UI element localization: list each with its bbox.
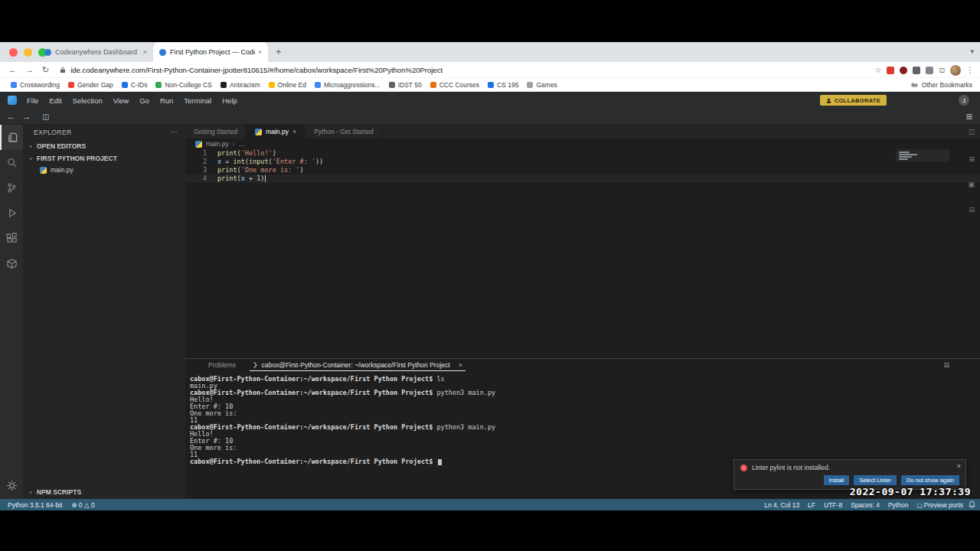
extension-icon[interactable] (913, 67, 920, 74)
error-icon: × (740, 465, 747, 471)
source-control-icon[interactable] (0, 175, 23, 201)
python-icon (195, 141, 202, 148)
explorer-icon[interactable] (0, 125, 23, 150)
extension-icon[interactable] (926, 67, 933, 74)
bookmark-label: Non-College CS (165, 81, 211, 89)
user-avatar[interactable]: J (959, 95, 969, 106)
close-window-icon[interactable] (9, 48, 18, 57)
sidebar-more-icon[interactable]: ⋯ (171, 128, 178, 135)
open-editors-section[interactable]: › OPEN EDITORS (23, 140, 185, 152)
bookmark-label: CCC Courses (439, 81, 479, 89)
url-field[interactable]: ide.codeanywhere.com/First-Python-Contai… (70, 66, 443, 74)
npm-scripts-section[interactable]: › NPM SCRIPTS (23, 486, 185, 498)
indentation[interactable]: Spaces: 4 (851, 501, 880, 509)
bookmark-item[interactable]: Crosswording (11, 81, 60, 89)
menu-view[interactable]: View (108, 96, 134, 105)
notification-close-icon[interactable]: × (957, 462, 961, 470)
eol-sequence[interactable]: LF (808, 501, 815, 509)
menu-run[interactable]: Run (155, 96, 178, 105)
tab-close-icon[interactable]: × (292, 128, 296, 135)
extensions-icon[interactable] (0, 226, 23, 251)
extension-icon[interactable] (887, 67, 894, 74)
address-bar-actions: ☆ ⊡ ⋮ (874, 62, 974, 78)
notifications-bell-icon[interactable] (969, 500, 975, 510)
cursor-position[interactable]: Ln 4, Col 13 (764, 501, 799, 509)
bookmark-star-icon[interactable]: ☆ (874, 66, 881, 74)
editor-tab[interactable]: Python - Get Started (305, 125, 382, 139)
code-editor[interactable]: 1print('Hello!')2x = int(input('Enter #:… (185, 149, 980, 358)
code-text: print('One more is: ') (217, 166, 304, 174)
terminal-tab[interactable]: ❯ cabox@First-Python-Container: ~/worksp… (250, 359, 466, 371)
bookmark-item[interactable]: Gender Gap (68, 81, 113, 89)
python-icon (40, 167, 47, 174)
notification-buttons: InstallSelect LinterDo not show again (824, 475, 959, 485)
terminal-line: Hello! (190, 431, 977, 438)
panel-toggle-icon[interactable]: ⊞ (966, 112, 972, 121)
run-debug-icon[interactable] (0, 201, 23, 226)
sidebar-title: EXPLORER (34, 129, 72, 136)
bookmark-item[interactable]: IDST 50 (389, 81, 422, 89)
collaborate-label: COLLABORATE (835, 97, 880, 104)
preview-ports[interactable]: ▢Preview ports (916, 501, 963, 509)
tab-close-icon[interactable]: × (258, 48, 262, 56)
activity-bar (0, 125, 23, 499)
search-icon[interactable] (0, 150, 23, 175)
terminal-close-icon[interactable]: × (459, 361, 462, 369)
menu-terminal[interactable]: Terminal (178, 96, 217, 105)
editor-layout-icon[interactable]: ◫ (42, 112, 49, 121)
collaborate-button[interactable]: COLLABORATE (820, 95, 887, 106)
python-interpreter[interactable]: Python 3.5.1 64-bit (8, 501, 62, 509)
code-line: 4print(x + 1) (185, 174, 980, 183)
menu-help[interactable]: Help (217, 96, 243, 105)
problems-tab[interactable]: Problems (208, 361, 236, 369)
bookmark-item[interactable]: CCC Courses (430, 81, 479, 89)
tab-close-icon[interactable]: × (143, 48, 147, 56)
split-editor-icon[interactable]: ◫ (968, 128, 975, 135)
bookmark-item[interactable]: Antiracism (220, 81, 260, 89)
project-section[interactable]: › FIRST PYTHON PROJECT (23, 152, 185, 165)
breadcrumb[interactable]: main.py › … (185, 139, 980, 149)
workspace-icon[interactable] (0, 251, 23, 276)
bookmark-favicon-icon (488, 82, 494, 88)
language-mode[interactable]: Python (888, 501, 908, 509)
settings-gear-icon[interactable] (0, 476, 23, 494)
forward-icon[interactable]: → (25, 65, 34, 74)
browser-tab[interactable]: First Python Project — Codea× (153, 42, 268, 62)
reload-icon[interactable]: ↻ (42, 65, 49, 75)
panel-position-icon[interactable]: ⊟ (943, 361, 949, 369)
history-forward-icon[interactable]: → (22, 112, 31, 121)
bookmark-label: Antiracism (230, 81, 260, 89)
bookmark-item[interactable]: C-IDs (122, 81, 148, 89)
install-button[interactable]: Install (824, 475, 850, 485)
chrome-menu-icon[interactable]: ⋮ (966, 66, 974, 74)
extension-icon[interactable] (900, 67, 907, 74)
bookmark-item[interactable]: Online Ed (269, 81, 306, 89)
menu-file[interactable]: File (21, 96, 44, 105)
browser-tab[interactable]: Codeanywhere Dashboard× (38, 42, 153, 62)
minimap[interactable] (896, 149, 949, 161)
editor-tab-label: Python - Get Started (314, 128, 373, 135)
bookmark-item[interactable]: Non-College CS (155, 81, 211, 89)
bookmark-item[interactable]: Games (527, 81, 557, 89)
minimize-window-icon[interactable] (24, 48, 32, 57)
profile-avatar[interactable] (950, 65, 961, 76)
tab-title: Codeanywhere Dashboard (55, 48, 140, 56)
problems-status[interactable]: ⊗ 0 △ 0 (71, 501, 94, 509)
other-bookmarks[interactable]: Other Bookmarks (911, 81, 972, 89)
editor-tab[interactable]: Getting Started (185, 125, 247, 139)
new-tab-button[interactable]: + (276, 46, 282, 57)
do-not-show-again-button[interactable]: Do not show again (901, 475, 959, 485)
file-main-py[interactable]: main.py (23, 165, 185, 175)
menu-go[interactable]: Go (134, 96, 155, 105)
bookmark-item[interactable]: CS 195 (488, 81, 518, 89)
editor-tab[interactable]: main.py× (247, 125, 305, 139)
bookmark-item[interactable]: Microaggressions... (315, 81, 381, 89)
encoding[interactable]: UTF-8 (824, 501, 842, 509)
tab-search-icon[interactable]: ▾ (970, 47, 974, 55)
cast-icon[interactable]: ⊡ (939, 67, 945, 74)
history-back-icon[interactable]: ← (7, 112, 15, 121)
menu-selection[interactable]: Selection (67, 96, 108, 105)
menu-edit[interactable]: Edit (44, 96, 67, 105)
select-linter-button[interactable]: Select Linter (854, 475, 897, 485)
back-icon[interactable]: ← (8, 65, 17, 74)
